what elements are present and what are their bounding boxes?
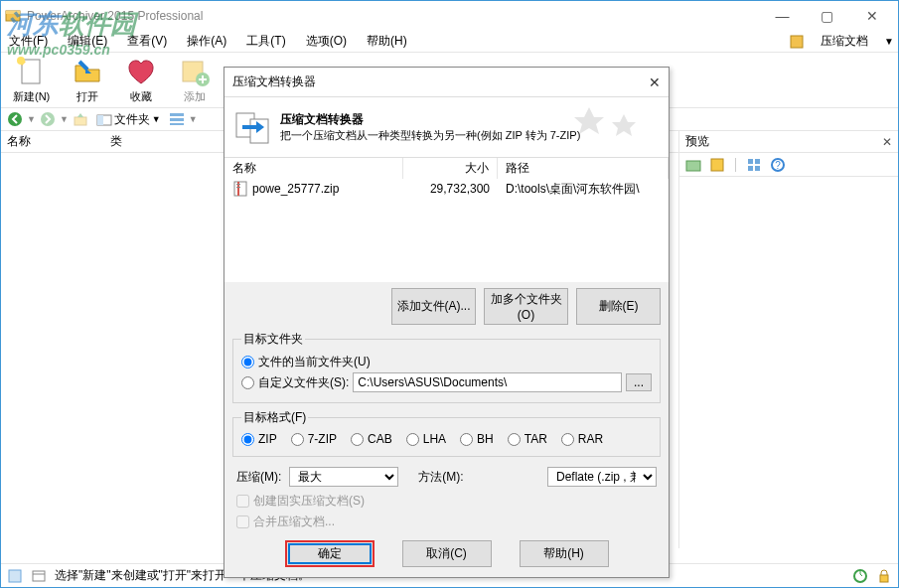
dialog-titlebar: 压缩文档转换器 ✕ xyxy=(225,68,669,97)
help-button[interactable]: 帮助(H) xyxy=(520,540,609,567)
file-list-body[interactable]: powe_25777.zip 29,732,300 D:\tools\桌面\河东… xyxy=(225,179,669,282)
svg-rect-1 xyxy=(6,11,20,14)
tool-fav[interactable]: 收藏 xyxy=(125,56,157,104)
svg-rect-17 xyxy=(686,161,700,171)
folders-button[interactable]: 文件夹 ▼ xyxy=(92,111,165,128)
radio-rar[interactable] xyxy=(561,433,574,446)
cancel-button[interactable]: 取消(C) xyxy=(402,540,492,567)
dialog-header: 压缩文档转换器 把一个压缩文档从一种类型转换为另一种(例如 ZIP 转为 7-Z… xyxy=(225,97,669,157)
radio-cab[interactable] xyxy=(351,433,364,446)
tool-open-label: 打开 xyxy=(76,89,98,104)
svg-rect-20 xyxy=(755,159,760,164)
radio-lha[interactable] xyxy=(406,433,419,446)
status-sync-icon[interactable] xyxy=(852,568,868,584)
new-icon xyxy=(16,56,48,87)
tool-fav-label: 收藏 xyxy=(130,89,152,104)
svg-marker-34 xyxy=(612,114,636,136)
radio-custom-folder[interactable] xyxy=(241,376,254,389)
target-legend: 目标文件夹 xyxy=(241,331,305,348)
radio-current-folder[interactable] xyxy=(241,356,254,368)
status-lock-icon[interactable] xyxy=(876,568,892,584)
preview-tool3-icon[interactable] xyxy=(746,157,762,173)
check-solid xyxy=(236,495,249,508)
preview-tool1-icon[interactable] xyxy=(685,157,701,173)
add-icon xyxy=(179,56,211,87)
svg-marker-33 xyxy=(574,107,604,134)
col-name[interactable]: 名称 xyxy=(7,133,110,150)
compression-row: 压缩(M): 最大 方法(M): Deflate (.zip , 兼 xyxy=(225,463,669,491)
svg-rect-14 xyxy=(170,113,184,116)
compress-select[interactable]: 最大 xyxy=(289,467,398,487)
svg-rect-21 xyxy=(748,166,753,171)
status-icon1[interactable] xyxy=(7,568,23,584)
app-title: PowerArchiver 2015 Professional xyxy=(27,9,760,23)
check-solid-label: 创建固实压缩文档(S) xyxy=(253,493,365,510)
delete-button[interactable]: 删除(E) xyxy=(576,288,661,325)
svg-rect-22 xyxy=(755,166,760,171)
format-legend: 目标格式(F) xyxy=(241,409,308,426)
tool-new[interactable]: 新建(N) xyxy=(13,56,50,104)
svg-rect-13 xyxy=(97,115,103,125)
check-merge xyxy=(236,515,249,528)
open-icon xyxy=(72,56,103,87)
folders-label: 文件夹 xyxy=(114,111,150,128)
add-folder-button[interactable]: 加多个文件夹(O) xyxy=(484,288,568,325)
zip-file-icon xyxy=(232,181,248,197)
preview-title: 预览 xyxy=(685,133,709,150)
svg-rect-31 xyxy=(250,119,268,143)
browse-button[interactable]: ... xyxy=(626,373,652,391)
maximize-button[interactable]: ▢ xyxy=(805,2,849,30)
preview-header: 预览 ✕ xyxy=(679,131,898,153)
target-format-group: 目标格式(F) ZIP 7-ZIP CAB LHA BH TAR RAR xyxy=(232,409,661,457)
col-size[interactable]: 大小 xyxy=(403,158,498,179)
preview-tool4-icon[interactable]: ? xyxy=(770,157,786,173)
folders-icon xyxy=(96,111,112,127)
forward-icon[interactable] xyxy=(40,111,56,127)
svg-text:?: ? xyxy=(775,160,781,171)
tool-add-label: 添加 xyxy=(184,89,206,104)
close-button[interactable]: ✕ xyxy=(849,2,894,30)
dialog-title: 压缩文档转换器 xyxy=(232,74,316,90)
convert-icon xyxy=(232,107,272,147)
status-icon2[interactable] xyxy=(31,568,47,584)
svg-rect-11 xyxy=(75,117,86,125)
radio-7zip[interactable] xyxy=(291,433,304,446)
preview-close-icon[interactable]: ✕ xyxy=(882,135,892,149)
svg-rect-19 xyxy=(748,159,753,164)
add-file-button[interactable]: 添加文件(A)... xyxy=(391,288,476,325)
dialog-header-sub: 把一个压缩文档从一种类型转换为另一种(例如 ZIP 转为 7-ZIP) xyxy=(280,128,580,143)
radio-bh[interactable] xyxy=(460,433,473,446)
tool-add[interactable]: 添加 xyxy=(179,56,211,104)
dialog-close-icon[interactable]: ✕ xyxy=(649,74,661,90)
menu-file[interactable]: 文件(F) xyxy=(5,31,52,52)
menu-action[interactable]: 操作(A) xyxy=(183,31,230,52)
file-list-header: 名称 大小 路径 xyxy=(225,157,669,179)
ok-button[interactable]: 确定 xyxy=(285,540,375,567)
method-select[interactable]: Deflate (.zip , 兼 xyxy=(547,467,657,487)
tool-open[interactable]: 打开 xyxy=(72,56,103,104)
menu-compress[interactable]: 压缩文档 xyxy=(817,31,872,52)
svg-rect-15 xyxy=(170,118,184,121)
menu-help[interactable]: 帮助(H) xyxy=(363,31,411,52)
titlebar: PowerArchiver 2015 Professional — ▢ ✕ xyxy=(1,1,898,31)
menu-option[interactable]: 选项(O) xyxy=(302,31,351,52)
minimize-button[interactable]: — xyxy=(760,2,805,30)
view-icon[interactable] xyxy=(169,111,185,127)
col-filename[interactable]: 名称 xyxy=(225,158,403,179)
custom-path-input[interactable] xyxy=(353,372,622,392)
col-type[interactable]: 类 xyxy=(110,133,202,150)
preview-tool2-icon[interactable] xyxy=(709,157,725,173)
list-item[interactable]: powe_25777.zip 29,732,300 D:\tools\桌面\河东… xyxy=(225,179,669,199)
radio-zip[interactable] xyxy=(241,433,254,446)
back-icon[interactable] xyxy=(7,111,23,127)
menu-view[interactable]: 查看(V) xyxy=(123,31,171,52)
up-icon[interactable] xyxy=(73,111,88,127)
radio-tar[interactable] xyxy=(508,433,521,446)
compress-label: 压缩(M): xyxy=(236,469,281,486)
menu-edit[interactable]: 编辑(E) xyxy=(64,31,111,52)
method-label: 方法(M): xyxy=(418,469,463,486)
col-path[interactable]: 路径 xyxy=(498,158,669,179)
menu-tool[interactable]: 工具(T) xyxy=(242,31,289,52)
archive-icon xyxy=(789,34,805,50)
svg-rect-25 xyxy=(9,570,21,582)
